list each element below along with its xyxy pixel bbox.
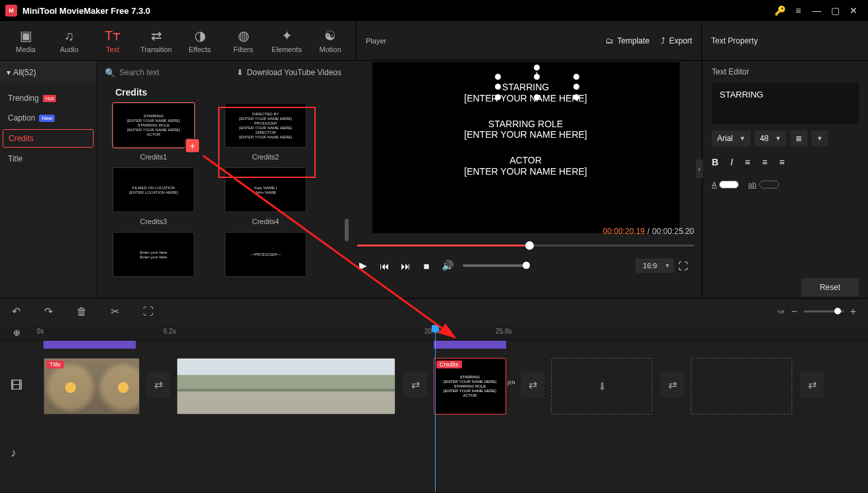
- preview-stage[interactable]: STARRING[ENTER YOUR NAME HERE] STARRING …: [372, 62, 680, 233]
- delete-button[interactable]: 🗑: [76, 306, 87, 318]
- timeline-tracks[interactable]: 🎞 ♪ Title ⇄ ⇄ Credits STARRING[ENTER YOU…: [0, 340, 868, 492]
- drop-zone[interactable]: ⬇: [551, 358, 652, 415]
- template-thumb[interactable]: Enter your hereEnter your here: [107, 232, 200, 282]
- clip-title[interactable]: Title: [43, 358, 140, 415]
- highlight-color-label: ab: [748, 181, 756, 188]
- video-track-icon: 🎞: [11, 379, 22, 393]
- sidebar-item-credits[interactable]: Credits: [3, 129, 94, 148]
- next-frame-button[interactable]: ⏭: [399, 260, 411, 272]
- transition-slot[interactable]: ⇄: [403, 371, 427, 397]
- clip-tag-title: Title: [46, 361, 64, 368]
- transport-controls: ▶ ⏮ ⏭ ■ 🔊 16:9 ⛶: [357, 258, 694, 273]
- template-thumb[interactable]: DIRECTED BY[ENTER YOUR NAME HERE]PRODUCE…: [219, 103, 312, 161]
- crop-button[interactable]: ⛶: [143, 306, 154, 318]
- template-button[interactable]: 🗂Template: [606, 36, 650, 45]
- menu-icon[interactable]: ≡: [789, 5, 807, 16]
- cut-button[interactable]: ✂: [111, 305, 119, 318]
- selection-handles[interactable]: [498, 76, 577, 98]
- aspect-ratio-select[interactable]: 16:9: [635, 258, 674, 273]
- download-placeholder-icon: ⬇: [598, 380, 606, 393]
- transition-slot[interactable]: ⇄: [521, 371, 544, 397]
- more-options-button[interactable]: ▼: [811, 130, 828, 146]
- snap-icon[interactable]: ⎃: [778, 306, 784, 318]
- sidebar-item-title[interactable]: Title: [8, 154, 88, 163]
- template-thumb[interactable]: STARRING[ENTER YOUR NAME HERE]STARRING R…: [107, 103, 200, 161]
- text-track-segment[interactable]: [434, 341, 506, 349]
- sidebar-all[interactable]: ▾All(52): [0, 61, 96, 84]
- tab-transition[interactable]: ⇄Transition: [134, 21, 178, 60]
- app-title: MiniTool MovieMaker Free 7.3.0: [22, 6, 770, 16]
- drop-zone[interactable]: [691, 358, 792, 415]
- tab-text[interactable]: TᴛText: [91, 21, 134, 60]
- audio-track-icon: ♪: [11, 446, 16, 460]
- effects-icon: ◑: [194, 28, 206, 44]
- download-youtube-link[interactable]: ⬇Download YouTube Videos: [237, 68, 341, 77]
- bold-button[interactable]: B: [712, 157, 718, 167]
- add-track-button[interactable]: ⊕: [13, 328, 37, 337]
- panel-collapse-icon[interactable]: ›: [696, 160, 703, 178]
- zoom-out-button[interactable]: −: [791, 306, 797, 318]
- sidebar-item-trending[interactable]: TrendingHot: [8, 94, 88, 103]
- text-editor-input[interactable]: STARRING: [712, 83, 859, 124]
- maximize-button[interactable]: ▢: [826, 5, 844, 16]
- line-spacing-button[interactable]: ≣: [790, 130, 807, 146]
- export-button[interactable]: ⤴Export: [661, 36, 692, 45]
- text-property-title: Text Property: [702, 21, 868, 60]
- text-track-segment[interactable]: [43, 341, 136, 349]
- italic-button[interactable]: I: [730, 157, 733, 167]
- transition-slot[interactable]: ⇄: [660, 371, 684, 397]
- playhead[interactable]: [435, 325, 436, 492]
- thumb-label: Credits4: [252, 218, 279, 225]
- redo-button[interactable]: ↷: [44, 305, 53, 318]
- tab-audio[interactable]: ♫Audio: [47, 21, 91, 60]
- template-thumb[interactable]: —PRODUCER—: [219, 232, 312, 282]
- thumb-label: Credits2: [252, 153, 279, 161]
- zoom-slider[interactable]: [804, 310, 844, 312]
- close-button[interactable]: ✕: [844, 5, 863, 16]
- tab-effects[interactable]: ◑Effects: [178, 21, 221, 60]
- reset-button[interactable]: Reset: [801, 278, 859, 297]
- add-template-button[interactable]: +: [186, 139, 199, 152]
- clip-video[interactable]: [177, 358, 395, 415]
- tab-filters[interactable]: ◍Filters: [221, 21, 265, 60]
- template-browser: 🔍 Search text ⬇Download YouTube Videos C…: [97, 61, 349, 298]
- text-editor-label: Text Editor: [712, 67, 859, 76]
- tab-elements[interactable]: ✦Elements: [265, 21, 308, 60]
- search-input[interactable]: Search text: [119, 68, 159, 77]
- align-right-button[interactable]: ≡: [779, 157, 784, 167]
- search-icon: 🔍: [105, 68, 115, 78]
- align-left-button[interactable]: ≡: [745, 157, 750, 167]
- tab-motion[interactable]: ☯Motion: [308, 21, 352, 60]
- player-header: Player 🗂Template ⤴Export: [357, 21, 701, 60]
- line-height-icon: ≣: [796, 134, 802, 143]
- prev-frame-button[interactable]: ⏮: [378, 260, 390, 272]
- template-thumb[interactable]: FILMED ON LOCATION[ENTER LOCATION HERE]C…: [107, 167, 200, 225]
- fullscreen-button[interactable]: ⛶: [677, 260, 689, 272]
- scrollbar[interactable]: [345, 219, 349, 241]
- volume-icon[interactable]: 🔊: [442, 260, 453, 272]
- template-thumb[interactable]: Katy NAME |John NAMECredits4: [219, 167, 312, 225]
- preview-player: STARRING[ENTER YOUR NAME HERE] STARRING …: [349, 61, 702, 298]
- play-button[interactable]: ▶: [357, 260, 369, 272]
- category-sidebar: ▾All(52) TrendingHotCaptionNewCreditsTit…: [0, 61, 97, 298]
- align-center-button[interactable]: ≡: [762, 157, 767, 167]
- font-family-select[interactable]: Arial▼: [712, 130, 751, 146]
- highlight-color-swatch[interactable]: [759, 181, 779, 188]
- tab-media[interactable]: ▣Media: [4, 21, 47, 60]
- transition-slot[interactable]: ⇄: [146, 371, 170, 397]
- font-size-select[interactable]: 48▼: [755, 130, 786, 146]
- license-key-icon[interactable]: 🔑: [770, 5, 789, 16]
- seek-bar[interactable]: 00:00:20.19/ 00:00:25.20: [357, 239, 694, 253]
- clip-credits[interactable]: Credits STARRING[ENTER YOUR NAME HERE] S…: [434, 358, 506, 415]
- text-property-panel: › Text Editor STARRING Arial▼ 48▼ ≣ ▼ B …: [702, 61, 868, 298]
- sidebar-item-caption[interactable]: CaptionNew: [8, 113, 88, 123]
- undo-button[interactable]: ↶: [12, 305, 20, 318]
- transition-slot[interactable]: ⇄: [800, 371, 824, 397]
- text-icon: Tᴛ: [105, 28, 121, 44]
- volume-slider[interactable]: [463, 264, 529, 267]
- text-color-swatch[interactable]: [719, 181, 739, 188]
- transition-icon: ⇄: [151, 28, 162, 44]
- stop-button[interactable]: ■: [420, 260, 432, 272]
- minimize-button[interactable]: —: [807, 5, 826, 16]
- zoom-in-button[interactable]: +: [850, 306, 856, 318]
